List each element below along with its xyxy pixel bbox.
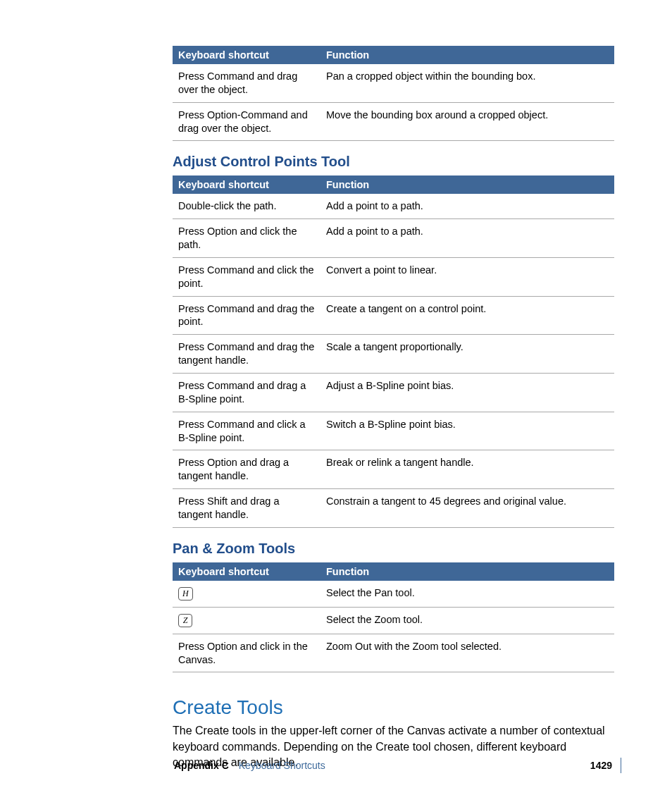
cell-function: Convert a point to linear. <box>321 257 614 296</box>
cell-shortcut: Press Command and click a B-Spline point… <box>173 412 321 450</box>
heading-pan-zoom: Pan & Zoom Tools <box>173 541 612 557</box>
col-header-function: Function <box>321 562 614 581</box>
cell-function: Select the Pan tool. <box>321 581 614 608</box>
cell-function: Create a tangent on a control point. <box>321 296 614 335</box>
cell-function: Zoom Out with the Zoom tool selected. <box>321 634 614 672</box>
heading-create-tools: Create Tools <box>173 696 612 719</box>
col-header-shortcut: Keyboard shortcut <box>173 175 321 194</box>
table-row: Press Option and click in the Canvas. Zo… <box>173 634 614 672</box>
table-row: Press Option-Command and drag over the o… <box>173 102 614 141</box>
cell-function: Pan a cropped object within the bounding… <box>321 64 614 102</box>
table-row: Press Option and click the path.Add a po… <box>173 219 614 258</box>
cell-shortcut: Press Command and drag the tangent handl… <box>173 335 321 374</box>
cell-shortcut: Press Option-Command and drag over the o… <box>173 102 321 141</box>
table-row: Press Shift and drag a tangent handle.Co… <box>173 489 614 528</box>
col-header-shortcut: Keyboard shortcut <box>173 46 321 64</box>
page-footer: Appendix C Keyboard Shortcuts 1429 <box>174 758 621 773</box>
cell-function: Move the bounding box around a cropped o… <box>321 102 614 141</box>
shortcuts-table-panzoom: Keyboard shortcut Function H Select the … <box>173 562 614 673</box>
col-header-shortcut: Keyboard shortcut <box>173 562 321 581</box>
cell-shortcut: Press Command and click the point. <box>173 257 321 296</box>
cell-shortcut: Press Command and drag the point. <box>173 296 321 335</box>
cell-function: Switch a B-Spline point bias. <box>321 412 614 450</box>
heading-adjust-control-points: Adjust Control Points Tool <box>173 154 612 170</box>
cell-function: Select the Zoom tool. <box>321 607 614 634</box>
table-row: Press Command and click a B-Spline point… <box>173 412 614 450</box>
table-row: Press Command and drag the point.Create … <box>173 296 614 335</box>
table-row: Press Command and drag over the object. … <box>173 64 614 102</box>
shortcuts-table-adjust: Keyboard shortcut Function Double-click … <box>173 175 614 527</box>
cell-shortcut: Press Shift and drag a tangent handle. <box>173 489 321 528</box>
cell-shortcut: Press Option and click in the Canvas. <box>173 634 321 672</box>
key-h: H <box>178 587 193 600</box>
table-row: Press Command and drag a B-Spline point.… <box>173 373 614 412</box>
footer-page-number: 1429 <box>590 760 621 771</box>
cell-function: Constrain a tangent to 45 degrees and or… <box>321 489 614 528</box>
cell-shortcut: Press Command and drag over the object. <box>173 64 321 102</box>
cell-shortcut: Press Option and drag a tangent handle. <box>173 450 321 489</box>
footer-chapter: Keyboard Shortcuts <box>239 760 590 771</box>
table-row: Press Command and drag the tangent handl… <box>173 335 614 374</box>
cell-function: Add a point to a path. <box>321 219 614 258</box>
cell-function: Break or relink a tangent handle. <box>321 450 614 489</box>
cell-shortcut: Double-click the path. <box>173 194 321 218</box>
cell-function: Add a point to a path. <box>321 194 614 218</box>
shortcuts-table-crop: Keyboard shortcut Function Press Command… <box>173 46 614 141</box>
table-row: Press Command and click the point.Conver… <box>173 257 614 296</box>
cell-shortcut: Press Option and click the path. <box>173 219 321 258</box>
cell-function: Adjust a B-Spline point bias. <box>321 373 614 412</box>
cell-shortcut: Press Command and drag a B-Spline point. <box>173 373 321 412</box>
cell-shortcut: Z <box>173 607 321 634</box>
key-z: Z <box>178 614 192 627</box>
col-header-function: Function <box>321 175 614 194</box>
cell-shortcut: H <box>173 581 321 608</box>
col-header-function: Function <box>321 46 614 64</box>
footer-appendix: Appendix C <box>174 760 239 771</box>
table-row: H Select the Pan tool. <box>173 581 614 608</box>
cell-function: Scale a tangent proportionally. <box>321 335 614 374</box>
table-row: Z Select the Zoom tool. <box>173 607 614 634</box>
table-row: Press Option and drag a tangent handle.B… <box>173 450 614 489</box>
table-row: Double-click the path.Add a point to a p… <box>173 194 614 218</box>
